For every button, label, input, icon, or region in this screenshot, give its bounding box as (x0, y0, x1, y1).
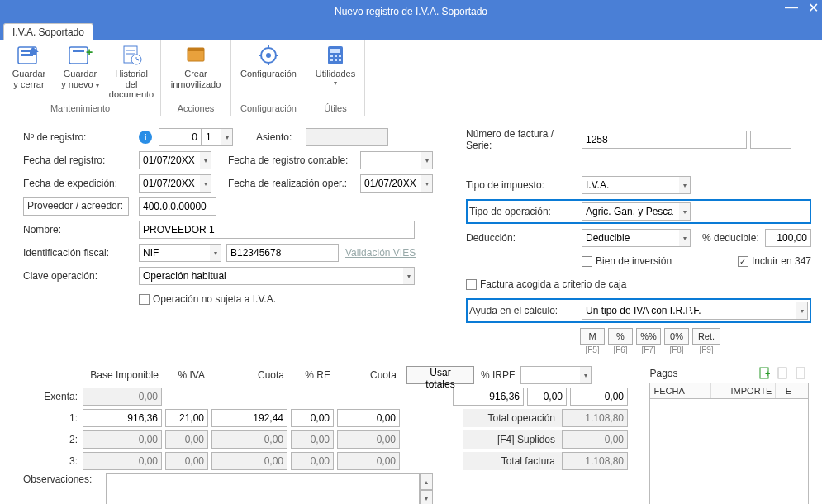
incluir-347-checkbox[interactable]: ✓Incluir en 347 (738, 255, 811, 267)
validacion-vies-link[interactable]: Validación VIES (345, 247, 416, 259)
chevron-down-icon: ▾ (96, 82, 99, 89)
criterio-caja-checkbox[interactable]: Factura acogida a criterio de caja (466, 278, 626, 290)
col-pct-irpf: % IRPF (474, 369, 520, 381)
pagos-col-fecha: FECHA (650, 383, 711, 398)
ribbon-group-label: Acciones (178, 102, 215, 115)
num-factura-input[interactable] (582, 131, 747, 149)
row-1-label: 1: (23, 412, 83, 424)
row-2-label: 2: (23, 434, 83, 445)
tab-iva-soportado[interactable]: I.V.A. Soportado (3, 23, 93, 40)
nombre-label: Nombre: (23, 224, 139, 235)
fecha-reg-cont-label: Fecha de registro contable: (228, 155, 360, 166)
scroll-down-icon[interactable]: ▾ (420, 490, 433, 504)
chevron-down-icon[interactable]: ▾ (580, 366, 592, 384)
tipo-impuesto-label: Tipo de impuesto: (466, 179, 582, 191)
r1-base[interactable] (83, 409, 162, 427)
svg-rect-4 (73, 50, 84, 52)
qbtn-pctpct[interactable]: %% (636, 328, 661, 345)
ribbon-group-utiles: Utilidades ▾ Útiles (306, 40, 365, 116)
qbtn-0pct[interactable]: 0% (664, 328, 689, 345)
observ-label: Observaciones: (23, 473, 106, 485)
observ-textarea[interactable] (106, 473, 420, 504)
id-fiscal-num-input[interactable] (226, 244, 339, 262)
window-title: Nuevo registro de I.V.A. Soportado (7, 6, 815, 17)
usar-totales-btn[interactable]: Usar totales (406, 366, 474, 384)
proveedor-label[interactable]: Proveedor / acreedor: (23, 197, 129, 216)
svg-rect-25 (330, 59, 333, 61)
num-registro-input[interactable] (159, 128, 202, 146)
nombre-input[interactable] (139, 221, 415, 239)
qbtn-ret[interactable]: Ret. (692, 328, 720, 345)
op-no-sujeta-checkbox[interactable]: Operación no sujeta a I.V.A. (139, 293, 276, 305)
ayuda-calc-input[interactable] (582, 302, 796, 320)
r1-pctre[interactable] (291, 409, 334, 427)
chevron-down-icon[interactable]: ▾ (221, 128, 233, 146)
clave-op-label: Clave operación: (23, 270, 139, 282)
suplidos-val[interactable] (562, 430, 628, 449)
chevron-down-icon[interactable]: ▾ (679, 176, 691, 194)
fecha-real-op-input[interactable] (360, 174, 421, 193)
tipo-operacion-input[interactable] (582, 202, 679, 221)
close-icon[interactable]: ✕ (808, 0, 819, 16)
col-pct-re: % RE (287, 369, 334, 381)
irpf-select[interactable] (520, 366, 580, 384)
chevron-down-icon[interactable]: ▾ (421, 151, 433, 169)
add-page-icon[interactable]: + (758, 366, 772, 381)
save-close-btn[interactable]: Guardar y cerrar (5, 42, 53, 91)
edit-page-icon[interactable] (776, 366, 791, 381)
num-factura-serie-input[interactable] (750, 131, 791, 149)
chevron-down-icon[interactable]: ▾ (679, 229, 691, 247)
r1-pctiva[interactable] (165, 409, 208, 427)
config-btn[interactable]: Configuración (236, 42, 301, 91)
deduccion-label: Deducción: (466, 232, 582, 244)
fecha-exped-label: Fecha de expedición: (23, 178, 139, 189)
pagos-table[interactable]: FECHA IMPORTE E (649, 383, 809, 504)
chevron-down-icon[interactable]: ▾ (403, 267, 415, 285)
irpf-pct[interactable] (527, 388, 567, 406)
chevron-down-icon: ▾ (334, 79, 337, 87)
qbtn-pct[interactable]: % (608, 328, 633, 345)
svg-rect-23 (335, 55, 337, 57)
save-new-btn[interactable]: + Guardar y nuevo ▾ (56, 42, 104, 91)
pct-deducible-input[interactable] (765, 229, 811, 247)
id-fiscal-label: Identificación fiscal: (23, 247, 139, 259)
bien-inversion-checkbox[interactable]: Bien de inversión (582, 255, 672, 267)
exenta-base (83, 388, 162, 406)
chevron-down-icon[interactable]: ▾ (200, 151, 211, 169)
delete-page-icon[interactable] (794, 366, 809, 381)
ribbon: Guardar y cerrar + Guardar y nuevo ▾ His… (0, 40, 822, 116)
minimize-icon[interactable]: — (785, 0, 798, 16)
proveedor-input[interactable] (139, 197, 216, 216)
total-operacion-label: Total operación (463, 409, 562, 427)
fecha-registro-input[interactable] (139, 151, 200, 169)
chevron-down-icon[interactable]: ▾ (421, 174, 433, 193)
deduccion-input[interactable] (582, 229, 679, 247)
chevron-down-icon[interactable]: ▾ (679, 202, 691, 221)
id-fiscal-tipo-input[interactable] (139, 244, 210, 262)
tab-row: I.V.A. Soportado (0, 23, 822, 40)
doc-history-btn[interactable]: Historial del documento (107, 42, 155, 102)
irpf-cuota[interactable] (570, 388, 628, 406)
info-icon[interactable]: i (139, 131, 152, 144)
chevron-down-icon[interactable]: ▾ (796, 302, 808, 320)
num-registro-label: Nº de registro: (23, 131, 139, 143)
irpf-base[interactable] (453, 388, 524, 406)
ribbon-group-mantenimiento: Guardar y cerrar + Guardar y nuevo ▾ His… (0, 40, 161, 116)
tipo-operacion-label: Tipo de operación: (469, 206, 582, 217)
chevron-down-icon[interactable]: ▾ (200, 174, 211, 193)
utils-btn[interactable]: Utilidades ▾ (311, 42, 359, 88)
ribbon-group-label: Útiles (324, 102, 347, 115)
chevron-down-icon[interactable]: ▾ (210, 244, 221, 262)
r1-cuota2[interactable] (337, 409, 400, 427)
clave-op-input[interactable] (139, 267, 403, 285)
fecha-reg-cont-input[interactable] (360, 151, 421, 169)
create-asset-btn[interactable]: Crear inmovilizado (166, 42, 226, 91)
tipo-impuesto-input[interactable] (582, 176, 679, 194)
r1-cuota[interactable] (211, 409, 287, 427)
qbtn-m[interactable]: M (580, 328, 605, 345)
scroll-up-icon[interactable]: ▴ (420, 473, 433, 490)
fecha-exped-input[interactable] (139, 174, 200, 193)
num-registro-serie-input[interactable] (202, 128, 221, 146)
svg-rect-22 (330, 55, 333, 57)
svg-text:+: + (86, 45, 93, 59)
